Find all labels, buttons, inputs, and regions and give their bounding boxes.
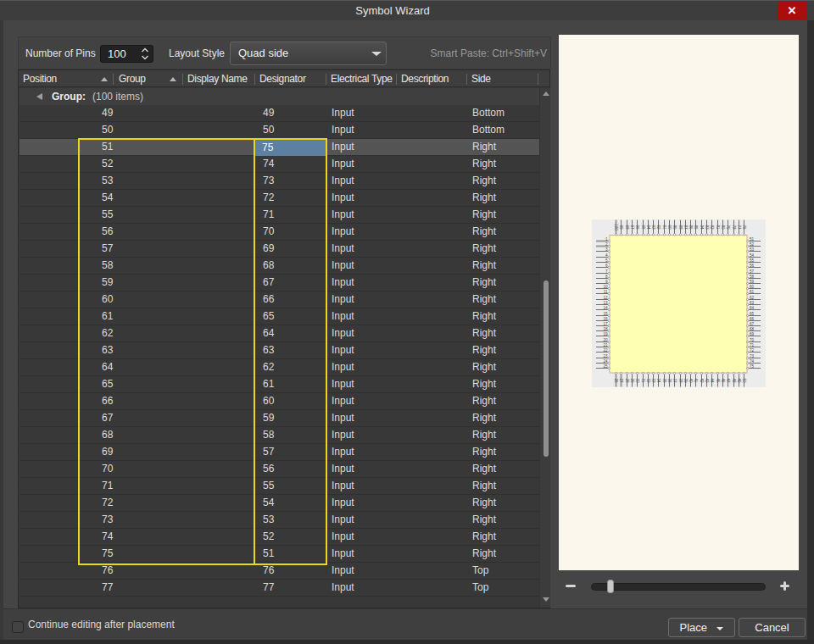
svg-text:92: 92 bbox=[656, 225, 661, 230]
svg-text:72: 72 bbox=[750, 348, 755, 353]
svg-text:58: 58 bbox=[750, 275, 755, 279]
svg-text:100: 100 bbox=[614, 224, 618, 230]
svg-text:31: 31 bbox=[641, 378, 645, 383]
svg-text:84: 84 bbox=[700, 225, 704, 230]
svg-text:67: 67 bbox=[750, 322, 755, 326]
svg-text:40: 40 bbox=[689, 378, 693, 383]
svg-text:23: 23 bbox=[603, 354, 608, 358]
svg-text:61: 61 bbox=[750, 290, 755, 294]
svg-text:52: 52 bbox=[750, 242, 755, 247]
svg-text:51: 51 bbox=[750, 237, 755, 242]
svg-text:76: 76 bbox=[742, 225, 746, 230]
svg-text:9: 9 bbox=[605, 280, 608, 284]
svg-text:78: 78 bbox=[732, 225, 736, 230]
svg-text:66: 66 bbox=[750, 317, 755, 321]
svg-text:65: 65 bbox=[750, 312, 755, 316]
svg-text:34: 34 bbox=[656, 378, 661, 383]
svg-text:79: 79 bbox=[726, 225, 730, 230]
svg-text:16: 16 bbox=[603, 317, 608, 321]
svg-text:5: 5 bbox=[605, 258, 608, 263]
svg-text:50: 50 bbox=[742, 378, 746, 383]
svg-text:45: 45 bbox=[716, 378, 720, 383]
svg-text:4: 4 bbox=[605, 253, 608, 258]
svg-text:36: 36 bbox=[667, 378, 672, 383]
svg-text:77: 77 bbox=[737, 225, 741, 230]
svg-text:17: 17 bbox=[603, 322, 608, 326]
svg-text:83: 83 bbox=[705, 225, 709, 230]
svg-text:88: 88 bbox=[678, 225, 683, 230]
svg-text:39: 39 bbox=[683, 378, 688, 383]
svg-text:80: 80 bbox=[721, 225, 725, 230]
svg-text:35: 35 bbox=[662, 378, 666, 383]
svg-text:93: 93 bbox=[651, 225, 655, 230]
svg-text:32: 32 bbox=[646, 378, 650, 383]
svg-text:19: 19 bbox=[603, 332, 608, 336]
svg-text:15: 15 bbox=[603, 312, 608, 316]
svg-text:95: 95 bbox=[641, 225, 645, 230]
svg-text:20: 20 bbox=[603, 338, 608, 342]
svg-text:54: 54 bbox=[750, 253, 755, 258]
svg-text:44: 44 bbox=[710, 378, 714, 383]
svg-text:8: 8 bbox=[605, 275, 608, 279]
svg-text:96: 96 bbox=[635, 225, 639, 230]
svg-text:56: 56 bbox=[750, 264, 755, 268]
svg-text:81: 81 bbox=[716, 225, 720, 230]
svg-text:91: 91 bbox=[662, 225, 666, 230]
svg-text:62: 62 bbox=[750, 296, 755, 300]
svg-text:42: 42 bbox=[700, 378, 704, 383]
svg-text:55: 55 bbox=[750, 258, 755, 263]
svg-text:41: 41 bbox=[694, 378, 698, 383]
svg-text:27: 27 bbox=[619, 378, 623, 383]
svg-text:24: 24 bbox=[603, 359, 608, 364]
svg-text:43: 43 bbox=[705, 378, 709, 383]
svg-text:57: 57 bbox=[750, 269, 755, 274]
svg-text:89: 89 bbox=[672, 225, 677, 230]
svg-text:28: 28 bbox=[625, 378, 629, 383]
svg-text:53: 53 bbox=[750, 247, 755, 252]
svg-text:97: 97 bbox=[630, 225, 634, 230]
svg-text:29: 29 bbox=[630, 378, 634, 383]
svg-text:68: 68 bbox=[750, 327, 755, 331]
svg-text:69: 69 bbox=[750, 332, 755, 336]
svg-text:10: 10 bbox=[603, 285, 608, 289]
svg-text:14: 14 bbox=[603, 306, 608, 310]
svg-text:33: 33 bbox=[651, 378, 655, 383]
svg-text:22: 22 bbox=[603, 348, 608, 353]
svg-text:13: 13 bbox=[603, 301, 608, 305]
svg-text:60: 60 bbox=[750, 285, 755, 289]
svg-text:75: 75 bbox=[750, 364, 755, 369]
svg-text:46: 46 bbox=[721, 378, 725, 383]
svg-text:49: 49 bbox=[737, 378, 741, 383]
svg-text:71: 71 bbox=[750, 343, 755, 347]
svg-text:70: 70 bbox=[750, 338, 755, 342]
svg-text:59: 59 bbox=[750, 280, 755, 284]
svg-text:18: 18 bbox=[603, 327, 608, 331]
svg-text:73: 73 bbox=[750, 354, 755, 358]
svg-text:25: 25 bbox=[603, 364, 608, 369]
svg-text:48: 48 bbox=[732, 378, 736, 383]
svg-text:86: 86 bbox=[689, 225, 693, 230]
svg-text:87: 87 bbox=[683, 225, 688, 230]
svg-text:63: 63 bbox=[750, 301, 755, 305]
svg-text:1: 1 bbox=[605, 237, 608, 242]
svg-text:21: 21 bbox=[603, 343, 608, 347]
svg-text:90: 90 bbox=[667, 225, 672, 230]
svg-text:11: 11 bbox=[604, 290, 608, 294]
svg-text:37: 37 bbox=[672, 378, 677, 383]
svg-text:7: 7 bbox=[605, 269, 608, 274]
svg-text:30: 30 bbox=[635, 378, 639, 383]
svg-text:47: 47 bbox=[726, 378, 730, 383]
svg-text:12: 12 bbox=[603, 296, 608, 300]
svg-text:26: 26 bbox=[614, 378, 618, 383]
svg-text:85: 85 bbox=[694, 225, 698, 230]
svg-text:64: 64 bbox=[750, 306, 755, 310]
svg-text:2: 2 bbox=[605, 242, 608, 247]
svg-text:38: 38 bbox=[678, 378, 683, 383]
svg-text:94: 94 bbox=[646, 225, 650, 230]
svg-text:74: 74 bbox=[750, 359, 755, 364]
svg-text:82: 82 bbox=[710, 225, 714, 230]
svg-text:3: 3 bbox=[605, 247, 608, 252]
svg-text:99: 99 bbox=[619, 225, 623, 230]
svg-text:98: 98 bbox=[625, 225, 629, 230]
svg-text:6: 6 bbox=[605, 264, 608, 268]
